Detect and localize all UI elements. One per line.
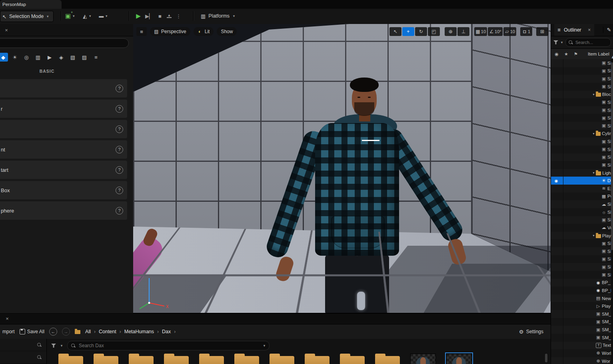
scale-snap-toggle[interactable]: ▱10 <box>503 27 516 36</box>
scale-tool[interactable]: ◰ <box>428 27 440 36</box>
move-tool[interactable]: + <box>402 27 414 36</box>
asset-thumbnail[interactable] <box>446 354 472 364</box>
outliner-row[interactable]: ⊕Wor <box>551 357 611 364</box>
category-visual-effects[interactable]: ◈ <box>56 53 66 62</box>
outliner-row[interactable]: ▣SM_ <box>551 334 611 342</box>
category-media[interactable]: ▶ <box>45 53 54 62</box>
place-actor-item[interactable]: tart? <box>0 161 127 179</box>
outliner-row[interactable]: ◉☀Di <box>551 177 611 185</box>
folder-tile[interactable] <box>199 352 224 364</box>
outliner-row[interactable]: ▾Bloc <box>551 91 611 99</box>
place-actor-item[interactable]: phere? <box>0 201 127 220</box>
breadcrumb-item[interactable]: All <box>85 329 91 334</box>
place-actor-item[interactable]: ? <box>0 120 127 138</box>
eye-icon[interactable]: ◉ <box>554 52 559 57</box>
viewport[interactable]: X ≡ ▧ Perspective ◐ Lit Show ↖+↻◰⊕⊥▦10∠1… <box>133 24 551 313</box>
folder-tile[interactable] <box>270 352 294 364</box>
breadcrumb-item[interactable]: MetaHumans <box>124 329 154 334</box>
folder-tile[interactable] <box>375 352 400 364</box>
outliner-row[interactable]: ≋Ex <box>551 185 611 193</box>
place-actor-item[interactable]: r? <box>0 99 127 118</box>
close-icon[interactable]: × <box>587 27 592 33</box>
forward-button[interactable]: → <box>62 328 70 336</box>
folder-tile[interactable] <box>94 352 118 364</box>
platforms-dropdown[interactable]: ▥ Platforms ▾ <box>201 11 236 21</box>
outliner-row[interactable]: ▣SM <box>551 216 611 224</box>
rotate-tool[interactable]: ↻ <box>415 27 427 36</box>
outliner-row[interactable]: ☁Sk <box>551 200 611 208</box>
category-all-classes[interactable]: ≡ <box>91 53 101 62</box>
maximize-viewport-button[interactable]: ⊞ <box>536 27 548 36</box>
outliner-row[interactable]: ▣SM <box>551 239 611 247</box>
show-dropdown[interactable]: Show <box>217 27 237 36</box>
pin-icon[interactable]: ⚑ <box>573 52 578 57</box>
scrollbar-thumb[interactable] <box>611 62 613 250</box>
outliner-row[interactable]: ▾Play <box>551 232 611 240</box>
filter-icon[interactable] <box>553 40 558 44</box>
selection-mode-dropdown[interactable]: ↖ Selection Mode ▾ <box>0 11 54 22</box>
breadcrumb-item[interactable]: Content <box>99 329 116 334</box>
asset-thumbnail[interactable] <box>410 354 436 364</box>
category-basic[interactable]: ◆ <box>0 53 8 62</box>
transform-gizmo[interactable]: X <box>137 275 172 312</box>
level-tab[interactable]: PersonMap <box>0 0 62 9</box>
settings-button[interactable]: ⚙ Settings <box>519 329 546 335</box>
outliner-row[interactable]: ◉BP_D <box>551 286 611 294</box>
surface-snap-toggle[interactable]: ⊥ <box>457 27 469 36</box>
content-browser-scrollbar[interactable] <box>545 353 547 363</box>
play-button[interactable]: ▶ <box>136 12 141 20</box>
outliner-row[interactable]: ▣SM_ <box>551 326 611 334</box>
outliner-row[interactable]: ▾Ligh <box>551 169 611 177</box>
outliner-row[interactable]: ☁Vo <box>551 224 611 232</box>
grid-snap-toggle[interactable]: ▦10 <box>474 27 487 36</box>
place-actors-search-input[interactable] <box>0 39 134 48</box>
folder-tile[interactable] <box>234 352 259 364</box>
folder-tile[interactable] <box>58 352 83 364</box>
outliner-row[interactable]: ▣SM <box>551 263 611 271</box>
visibility-cell[interactable]: ◉ <box>551 179 561 183</box>
folder-tile[interactable] <box>164 352 189 364</box>
outliner-row[interactable]: ▤New <box>551 294 611 302</box>
category-lights[interactable]: ☀ <box>10 53 20 62</box>
metahuman-character[interactable] <box>305 76 473 313</box>
outliner-row[interactable]: ▣SM <box>551 247 611 255</box>
frame-advance-button[interactable]: ▶▏ <box>145 13 153 19</box>
category-geometry[interactable]: ▧ <box>68 53 78 62</box>
eject-button[interactable]: ▲ <box>167 14 172 18</box>
scrollbar-thumb[interactable] <box>545 354 547 362</box>
outliner-row[interactable]: ▣SM <box>551 59 611 67</box>
outliner-search-input[interactable] <box>575 40 608 45</box>
sources-search-toggle[interactable] <box>0 339 46 351</box>
breadcrumb-item[interactable]: Dax <box>162 329 171 334</box>
outliner-row[interactable]: ⊕Worl <box>551 349 611 357</box>
folder-tile[interactable] <box>129 352 154 364</box>
stop-button[interactable]: ■ <box>158 13 162 19</box>
outliner-row[interactable]: TText <box>551 342 611 350</box>
close-icon[interactable]: × <box>5 316 10 322</box>
viewport-menu-button[interactable]: ≡ <box>136 27 147 36</box>
item-label-column-header[interactable]: Item Label▲ <box>588 52 609 56</box>
category-volumes[interactable]: ▨ <box>80 53 89 62</box>
place-actor-item[interactable]: Box? <box>0 181 127 199</box>
outliner-row[interactable]: ▣SM_ <box>551 310 611 318</box>
folder-tile[interactable] <box>340 352 365 364</box>
category-shapes[interactable]: ◎ <box>22 53 31 62</box>
back-button[interactable]: ← <box>49 328 57 336</box>
import-button[interactable]: mport <box>2 329 15 334</box>
rotation-snap-toggle[interactable]: ∠10° <box>488 27 503 36</box>
outliner-row[interactable]: ▷Play <box>551 302 611 310</box>
place-actor-item[interactable]: ? <box>0 79 127 97</box>
outliner-row[interactable]: ▣SM <box>551 153 611 161</box>
outliner-row[interactable]: ▣SM_ <box>551 318 611 326</box>
edit-icon[interactable]: ✎ <box>603 27 611 33</box>
save-all-button[interactable]: Save All <box>20 329 44 334</box>
star-icon[interactable]: ★ <box>564 52 569 57</box>
outliner-row[interactable]: ▣SM <box>551 122 611 130</box>
collections-search-toggle[interactable] <box>0 351 46 364</box>
camera-speed-button[interactable]: ◘1 <box>520 27 532 36</box>
outliner-row[interactable]: ▣SM <box>551 271 611 279</box>
outliner-row[interactable]: ☼Sk <box>551 208 611 216</box>
world-coordinate-toggle[interactable]: ⊕ <box>445 27 457 36</box>
outliner-row[interactable]: ▾Cylin <box>551 130 611 138</box>
cinematics-button[interactable]: ▬▾ <box>99 13 108 19</box>
